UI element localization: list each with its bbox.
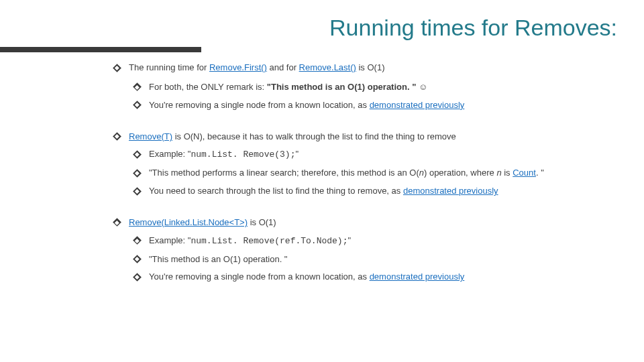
link-removelast[interactable]: Remove.Last(): [299, 62, 356, 72]
code-reftonode: num.List. Remove(ref.To.Node);: [191, 236, 347, 246]
link-remove-t[interactable]: Remove(T): [129, 131, 172, 141]
text: is O(1): [356, 62, 385, 72]
ital-n: n: [419, 168, 424, 178]
bullet-single-node: You're removing a single node from a kno…: [134, 99, 610, 112]
link-remove-linkedlistnode[interactable]: Remove(Linked.List.Node<T>): [129, 217, 248, 227]
text: ) operation, where: [424, 168, 496, 178]
bullet-o1-operation: "This method is an O(1) operation. ": [134, 253, 610, 266]
text: "This method performs a linear search; t…: [149, 168, 419, 178]
text: . ": [536, 168, 544, 178]
text: is O(1): [248, 217, 276, 227]
smile-icon: ☺: [416, 82, 427, 92]
text: ": [295, 149, 299, 159]
code-remove3: num.List. Remove(3);: [191, 149, 295, 160]
quote-o1: "This method is an O(1) operation. ": [267, 82, 417, 92]
link-count[interactable]: Count: [513, 168, 536, 178]
text: For both, the ONLY remark is:: [149, 82, 267, 92]
slide-body: The running time for Remove.First() and …: [114, 62, 610, 289]
bullet-linear-search: "This method performs a linear search; t…: [134, 167, 610, 180]
text: ": [347, 235, 351, 245]
bullet-example-reftonode: Example: "num.List. Remove(ref.To.Node);…: [134, 235, 610, 248]
bullet-single-node-2: You're removing a single node from a kno…: [134, 271, 610, 284]
text: Example: ": [149, 235, 191, 245]
ital-n2: n: [496, 168, 501, 178]
text: is: [502, 168, 513, 178]
bullet-search-through: You need to search through the list to f…: [134, 185, 610, 198]
link-demonstrated-previously-3[interactable]: demonstrated previously: [370, 272, 465, 282]
text: You need to search through the list to f…: [149, 186, 403, 196]
link-removefirst[interactable]: Remove.First(): [209, 62, 267, 72]
page-title: Running times for Removes:: [0, 15, 644, 41]
bullet-removefirst-removelast: The running time for Remove.First() and …: [114, 62, 610, 74]
title-underline: [0, 47, 201, 52]
text: is O(N), because it has to walk through …: [172, 131, 456, 141]
bullet-o1-remark: For both, the ONLY remark is: "This meth…: [134, 81, 610, 94]
text: Example: ": [149, 149, 191, 159]
bullet-example-remove3: Example: "num.List. Remove(3);": [134, 148, 610, 162]
bullet-remove-node: Remove(Linked.List.Node<T>) is O(1): [114, 217, 610, 229]
text: You're removing a single node from a kno…: [149, 100, 370, 110]
text: and for: [267, 62, 299, 72]
link-demonstrated-previously-2[interactable]: demonstrated previously: [403, 186, 498, 196]
bullet-remove-t: Remove(T) is O(N), because it has to wal…: [114, 131, 610, 143]
text: "This method is an O(1) operation. ": [149, 254, 288, 264]
text: You're removing a single node from a kno…: [149, 272, 370, 282]
text: The running time for: [129, 62, 209, 72]
link-demonstrated-previously[interactable]: demonstrated previously: [370, 100, 465, 110]
